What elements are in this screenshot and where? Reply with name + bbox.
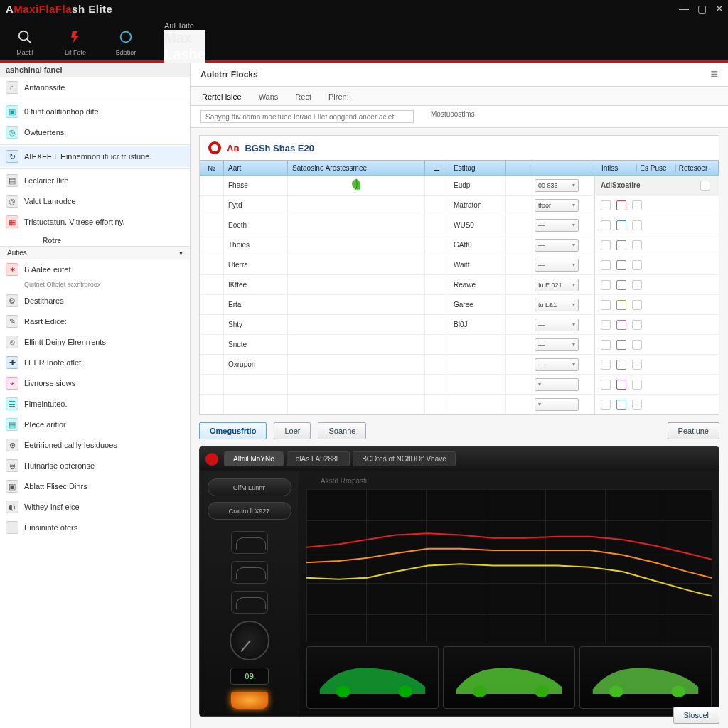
- table-row[interactable]: Theies GAtt0 —: [200, 235, 594, 255]
- dropdown-button[interactable]: tu L&1: [535, 299, 579, 311]
- dropdown-button[interactable]: —: [535, 219, 579, 232]
- mini-row[interactable]: [595, 215, 719, 235]
- dash-tab[interactable]: elAs LA9288E: [287, 451, 350, 466]
- tool-icon[interactable]: [616, 240, 626, 250]
- dropdown-button[interactable]: [535, 378, 579, 391]
- topnav-search[interactable]: Mastil: [0, 28, 50, 60]
- cancel-button[interactable]: Sloscel: [673, 707, 719, 724]
- close-button[interactable]: ✕: [715, 3, 724, 14]
- mini-row[interactable]: [595, 375, 719, 395]
- dropdown-button[interactable]: —: [535, 358, 579, 371]
- sidebar-item[interactable]: ⚙Destithares: [0, 291, 190, 311]
- table-row[interactable]: Uterra Waitt —: [200, 255, 594, 275]
- minimize-button[interactable]: —: [679, 3, 689, 14]
- sidebar-item[interactable]: ✶B Aalee eutet: [0, 259, 190, 280]
- mini-row[interactable]: [595, 196, 719, 215]
- sidebar-item[interactable]: ⎋Ellintt Deiny Elrenrrents: [0, 332, 190, 353]
- sidebar-item[interactable]: ◎Valct Lanrodce: [0, 191, 190, 212]
- checkbox-icon[interactable]: [601, 220, 611, 230]
- vehicle-thumbnail[interactable]: [579, 646, 712, 709]
- dropdown-button[interactable]: Iu E.021: [535, 279, 579, 291]
- checkbox-icon[interactable]: [601, 400, 611, 410]
- tool-icon[interactable]: [616, 360, 626, 370]
- table-row[interactable]: Shty Bl0J —: [200, 315, 594, 335]
- sidebar-item[interactable]: ✚LEER Inote atlet: [0, 353, 190, 373]
- tool-icon[interactable]: [616, 340, 626, 350]
- dropdown-button[interactable]: [535, 398, 579, 411]
- mini-row[interactable]: [595, 275, 719, 295]
- tool-icon[interactable]: [632, 340, 642, 350]
- tool-icon[interactable]: [632, 380, 642, 390]
- tool-icon[interactable]: [632, 200, 642, 210]
- mini-row[interactable]: [595, 355, 719, 375]
- topnav-module[interactable]: Bdotior: [101, 28, 151, 60]
- dropdown-button[interactable]: tfoor: [535, 199, 579, 212]
- sidebar-item[interactable]: ◐Withey Insf elce: [0, 497, 190, 518]
- action-button-right[interactable]: Peatiune: [668, 422, 719, 439]
- table-row[interactable]: Oxrupon —: [200, 355, 594, 375]
- action-button[interactable]: Loer: [274, 422, 311, 439]
- mini-row[interactable]: [595, 315, 719, 335]
- tool-icon[interactable]: [616, 320, 626, 330]
- checkbox-icon[interactable]: [601, 300, 611, 310]
- checkbox-icon[interactable]: [601, 200, 611, 210]
- vehicle-thumbnail[interactable]: [443, 646, 575, 709]
- tool-icon[interactable]: [616, 280, 626, 290]
- checkbox-icon[interactable]: [601, 260, 611, 270]
- checkbox-icon[interactable]: [601, 360, 611, 370]
- tool-icon[interactable]: [616, 260, 626, 270]
- tool-icon[interactable]: [632, 360, 642, 370]
- mini-row[interactable]: [595, 255, 719, 275]
- table-row[interactable]: IKftee Reawe Iu E.021: [200, 275, 594, 295]
- dropdown-button[interactable]: —: [535, 318, 579, 331]
- table-row[interactable]: Snute —: [200, 335, 594, 355]
- tool-icon[interactable]: [632, 320, 642, 330]
- sidebar-item[interactable]: ▣0 funt oalitionhop dite: [0, 102, 190, 122]
- dash-tab[interactable]: BCDtes ot NGflDDt' Vhave: [353, 451, 456, 466]
- dash-button[interactable]: Cranru ll X927: [208, 502, 291, 520]
- sidebar-item[interactable]: ↻AIEXFEIL Hinnemnon ifiucr trustune.: [0, 146, 190, 167]
- checkbox-icon[interactable]: [601, 380, 611, 390]
- tool-icon[interactable]: [632, 400, 642, 410]
- sidebar-item[interactable]: ⌂ Antanossite: [0, 77, 190, 98]
- tool-icon[interactable]: [616, 300, 626, 310]
- topnav-flash[interactable]: Lif Fote: [50, 28, 100, 60]
- tool-icon[interactable]: [616, 200, 626, 210]
- mini-row[interactable]: [595, 235, 719, 255]
- search-input[interactable]: [200, 110, 414, 123]
- sidebar-item[interactable]: ▣Ablatt Flisec Dinrs: [0, 476, 190, 497]
- tab[interactable]: Plren:: [327, 90, 350, 105]
- checkbox-icon[interactable]: [601, 320, 611, 330]
- tool-icon[interactable]: [632, 240, 642, 250]
- maximize-button[interactable]: ▢: [697, 3, 707, 14]
- sort-icon[interactable]: ☰: [425, 161, 449, 175]
- checkbox-icon[interactable]: [601, 240, 611, 250]
- dropdown-button[interactable]: —: [535, 338, 579, 351]
- table-row[interactable]: Fytd Matraton tfoor: [200, 196, 594, 215]
- dropdown-button[interactable]: 00 835: [535, 179, 579, 192]
- sidebar-item[interactable]: Einsininte ofers: [0, 518, 190, 538]
- primary-action-button[interactable]: Omegusfrtio: [199, 422, 267, 439]
- sidebar-item[interactable]: ✎Rasrt Edice:: [0, 311, 190, 332]
- menu-icon[interactable]: ≡: [710, 67, 718, 82]
- sidebar-item[interactable]: ▦Tristuctatun. Vitrese effortiny.: [0, 212, 190, 232]
- table-row[interactable]: Eoeth WUS0 —: [200, 215, 594, 235]
- tool-icon[interactable]: [616, 220, 626, 230]
- sidebar-collapse[interactable]: Auties▾: [0, 246, 190, 259]
- tool-icon[interactable]: [616, 400, 626, 410]
- vehicle-thumbnail[interactable]: [306, 646, 439, 709]
- dash-tab[interactable]: Altriil MaYNe: [224, 451, 284, 466]
- dash-button[interactable]: GlfM Lunnt': [208, 478, 291, 496]
- tool-icon[interactable]: [632, 220, 642, 230]
- action-button[interactable]: Soanne: [318, 422, 366, 439]
- checkbox-icon[interactable]: [601, 280, 611, 290]
- mini-row[interactable]: [595, 295, 719, 315]
- sidebar-item[interactable]: ⊛Eetririoned calily Iesiduoes: [0, 435, 190, 456]
- tab[interactable]: Rect: [294, 90, 313, 105]
- checkbox-icon[interactable]: [601, 340, 611, 350]
- table-row[interactable]: Erta Garee tu L&1: [200, 295, 594, 315]
- mini-row[interactable]: [595, 395, 719, 414]
- sidebar-item[interactable]: ◷Owtuertens.: [0, 122, 190, 143]
- sidebar-item[interactable]: ⌁Livnorse siows: [0, 373, 190, 394]
- tool-icon[interactable]: [632, 280, 642, 290]
